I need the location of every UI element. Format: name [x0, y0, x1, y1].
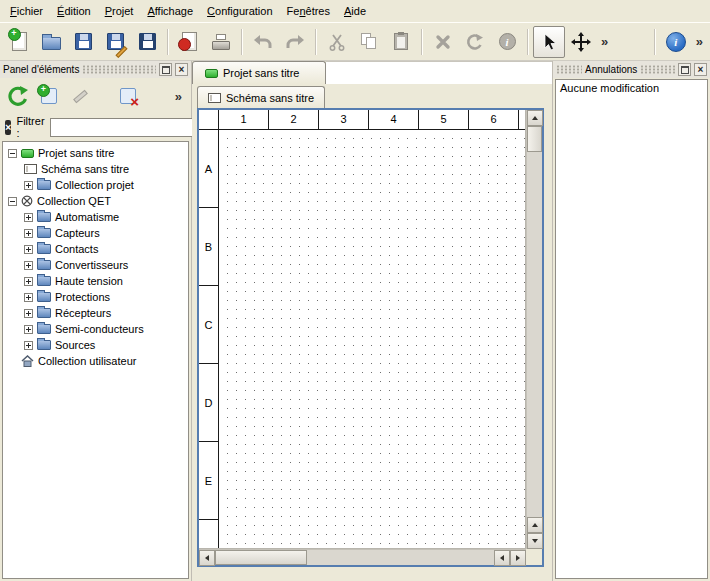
tree-item-haute-tension[interactable]: Haute tension [3, 273, 188, 289]
clear-filter-icon[interactable] [5, 120, 11, 135]
undo-button[interactable] [247, 26, 279, 58]
expand-icon[interactable] [24, 293, 33, 302]
move-tool-button[interactable] [565, 26, 597, 58]
tree-item-convertisseurs[interactable]: Convertisseurs [3, 257, 188, 273]
redo-button[interactable] [279, 26, 311, 58]
tree-item-projet-sans-titre[interactable]: Projet sans titre [3, 145, 188, 161]
toolbar-separator [315, 29, 317, 55]
delete-button[interactable] [427, 26, 459, 58]
scroll-left-button-2[interactable] [494, 550, 510, 566]
tree-item-recepteurs[interactable]: Récepteurs [3, 305, 188, 321]
diagram-canvas[interactable] [219, 130, 525, 548]
open-project-button[interactable] [35, 26, 67, 58]
menu-fenetres[interactable]: Fenêtres [280, 2, 337, 20]
expand-icon[interactable] [24, 245, 33, 254]
float-dock-button[interactable] [678, 63, 691, 76]
cut-button[interactable] [321, 26, 353, 58]
menu-configuration[interactable]: Configuration [200, 2, 279, 20]
delete-element-button[interactable] [115, 83, 141, 109]
scroll-down-button[interactable] [527, 533, 543, 549]
tree-item-protections[interactable]: Protections [3, 289, 188, 305]
filter-row: Filtrer : [0, 114, 191, 140]
menu-aide[interactable]: Aide [337, 2, 373, 20]
collapse-icon[interactable] [8, 149, 17, 158]
diagram-view[interactable]: 1 2 3 4 5 6 A B C D E [199, 110, 526, 549]
row-label: E [199, 442, 218, 520]
close-dock-button[interactable] [175, 63, 188, 76]
print-button[interactable] [205, 26, 237, 58]
expand-icon[interactable] [24, 181, 33, 190]
diagram-info-button[interactable] [491, 26, 523, 58]
scroll-up-button-2[interactable] [527, 517, 543, 533]
tree-item-contacts[interactable]: Contacts [3, 241, 188, 257]
new-element-button[interactable] [36, 83, 62, 109]
vertical-scroll-thumb[interactable] [527, 126, 542, 152]
tab-projet-sans-titre[interactable]: Projet sans titre [192, 61, 326, 84]
toolbar-separator [654, 29, 656, 55]
tree-item-capteurs[interactable]: Capteurs [3, 225, 188, 241]
toolbar-separator [527, 29, 529, 55]
filter-label: Filtrer : [16, 115, 44, 139]
dock-grip [556, 65, 582, 74]
undo-history-item[interactable]: Aucune modification [556, 80, 707, 96]
new-document-icon [12, 32, 27, 51]
folder-icon [37, 260, 51, 270]
scroll-right-button[interactable] [510, 550, 526, 566]
tree-item-semi-conducteurs[interactable]: Semi-conducteurs [3, 321, 188, 337]
menu-edition[interactable]: Édition [50, 2, 98, 20]
tree-item-collection-utilisateur[interactable]: Collection utilisateur [3, 353, 188, 369]
save-all-button[interactable] [131, 26, 163, 58]
expand-icon[interactable] [24, 213, 33, 222]
menu-fichier[interactable]: Fichier [3, 2, 50, 20]
horizontal-scrollbar[interactable] [199, 549, 526, 565]
about-info-icon [666, 32, 686, 52]
scroll-up-button[interactable] [527, 110, 543, 126]
toolbar-overflow-button-2[interactable]: » [692, 34, 707, 49]
expand-icon[interactable] [24, 229, 33, 238]
vertical-scrollbar[interactable] [526, 110, 542, 549]
tree-item-automatisme[interactable]: Automatisme [3, 209, 188, 225]
expand-icon[interactable] [24, 341, 33, 350]
expand-icon[interactable] [24, 277, 33, 286]
expand-icon[interactable] [24, 309, 33, 318]
scroll-left-button[interactable] [199, 550, 215, 566]
edit-element-button[interactable] [67, 83, 93, 109]
copy-button[interactable] [353, 26, 385, 58]
paste-button[interactable] [385, 26, 417, 58]
tab-schema-sans-titre[interactable]: Schéma sans titre [197, 86, 325, 108]
expand-icon[interactable] [24, 261, 33, 270]
tree-item-sources[interactable]: Sources [3, 337, 188, 353]
save-button[interactable] [67, 26, 99, 58]
info-icon [499, 33, 516, 50]
new-document-button[interactable] [3, 26, 35, 58]
redo-icon [285, 32, 305, 52]
elements-panel-dock: Panel d'éléments » Filtrer : [0, 61, 192, 581]
save-as-button[interactable] [99, 26, 131, 58]
reload-collections-button[interactable] [5, 83, 31, 109]
collapse-icon[interactable] [8, 197, 17, 206]
menu-affichage[interactable]: Affichage [140, 2, 200, 20]
undo-dock-titlebar[interactable]: Annulations [553, 61, 710, 78]
filter-input[interactable] [50, 118, 200, 137]
select-tool-button[interactable] [533, 26, 565, 58]
rotate-button[interactable] [459, 26, 491, 58]
elements-panel-titlebar[interactable]: Panel d'éléments [0, 61, 191, 78]
folder-icon [37, 244, 51, 254]
tree-item-collection-projet[interactable]: Collection projet [3, 177, 188, 193]
about-qet-button[interactable] [660, 26, 692, 58]
close-file-button[interactable] [173, 26, 205, 58]
toolbar-overflow-button[interactable]: » [597, 34, 612, 49]
column-label: 1 [219, 110, 269, 129]
scrollbar-corner [526, 549, 542, 565]
expand-icon[interactable] [24, 325, 33, 334]
ruler-corner [199, 110, 219, 130]
tree-item-collection-qet[interactable]: Collection QET [3, 193, 188, 209]
main-area: Panel d'éléments » Filtrer : [0, 61, 710, 581]
horizontal-scroll-thumb[interactable] [215, 550, 307, 565]
float-dock-button[interactable] [159, 63, 172, 76]
close-dock-button[interactable] [694, 63, 707, 76]
menu-projet[interactable]: Projet [98, 2, 141, 20]
panel-overflow-button[interactable]: » [171, 89, 186, 104]
delete-icon [434, 33, 452, 51]
tree-item-schema-sans-titre[interactable]: Schéma sans titre [3, 161, 188, 177]
